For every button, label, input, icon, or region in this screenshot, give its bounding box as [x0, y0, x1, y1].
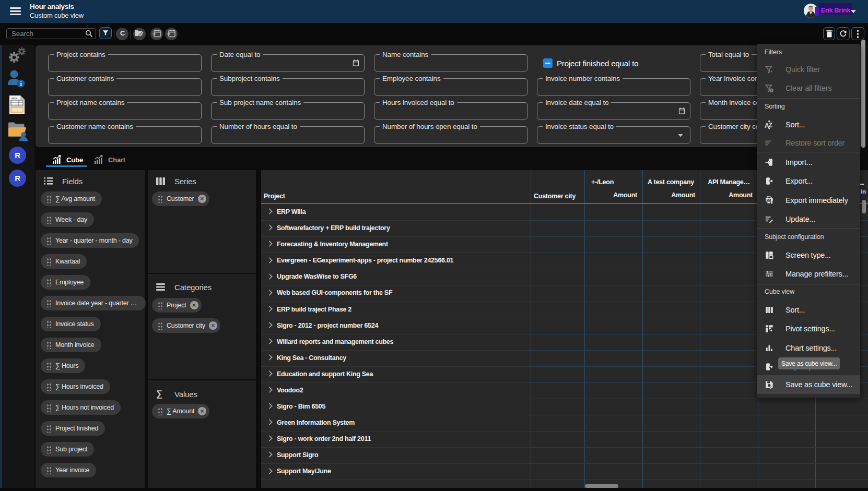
svg-text:name: name — [11, 97, 17, 100]
svg-text:XLS: XLS — [767, 199, 770, 201]
